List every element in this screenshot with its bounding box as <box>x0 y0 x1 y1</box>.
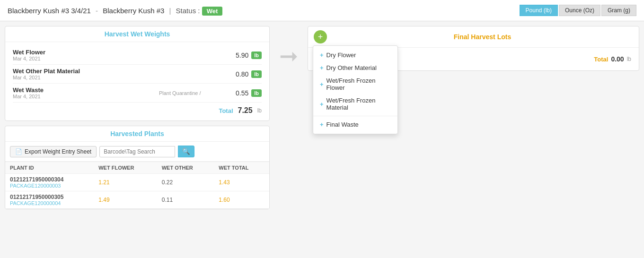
status-separator: | <box>169 7 171 15</box>
right-panel: + + Dry Flower + Dry Other Material <box>308 26 639 71</box>
header: Blackberry Kush #3 3/4/21 - Blackberry K… <box>0 0 644 21</box>
weight-name-wet-flower: Wet Flower <box>13 49 124 56</box>
status-label: Status : <box>176 7 200 15</box>
cell-wet-flower: 1.21 <box>94 174 157 191</box>
search-button[interactable]: 🔍 <box>178 146 194 157</box>
weight-row-wet-flower: Wet Flower Mar 4, 2021 5.90 lb <box>13 46 262 65</box>
cell-wet-other: 0.22 <box>157 174 214 191</box>
dropdown-wet-frozen-flower[interactable]: + Wet/Fresh Frozen Flower <box>313 74 397 94</box>
dry-flower-label: Dry Flower <box>326 52 356 59</box>
final-harvest-lots-header: + + Dry Flower + Dry Other Material <box>308 26 639 48</box>
weight-row-wet-other: Wet Other Plat Material Mar 4, 2021 0.80… <box>13 65 262 84</box>
unit-pound-button[interactable]: Pound (lb) <box>520 5 558 16</box>
strain-name: Blackberry Kush #3 <box>103 7 164 15</box>
final-total-unit: lb <box>627 56 631 62</box>
final-total-value: 0.00 <box>611 55 624 63</box>
wet-frozen-flower-plus-icon: + <box>320 81 324 88</box>
wet-frozen-material-label: Wet/Fresh Frozen Material <box>326 97 391 111</box>
header-separator: - <box>96 7 98 15</box>
weight-quarantine-wet-waste: Plant Quarantine / <box>124 90 235 96</box>
add-lot-button[interactable]: + <box>314 30 327 43</box>
harvested-plants-toolbar: 📄 Export Weight Entry Sheet 🔍 <box>5 142 269 162</box>
weight-date-wet-flower: Mar 4, 2021 <box>13 56 124 61</box>
add-button-wrapper: + + Dry Flower + Dry Other Material <box>314 30 327 43</box>
weight-date-wet-other: Mar 4, 2021 <box>13 75 124 80</box>
harvest-total-value: 7.25 <box>238 106 253 115</box>
cell-plant-id: 01212171950000304 PACKAGE120000003 <box>5 174 94 191</box>
weight-value-wet-waste: 0.55 <box>236 89 248 97</box>
weight-info-wet-waste: Wet Waste Mar 4, 2021 <box>13 86 124 99</box>
weight-unit-wet-flower: lb <box>251 52 262 59</box>
col-wet-total: Wet Total <box>214 162 269 174</box>
harvested-plants-title: Harvested Plants <box>5 126 269 142</box>
final-waste-plus-icon: + <box>320 121 324 128</box>
cell-wet-flower: 1.49 <box>94 191 157 209</box>
weight-unit-wet-waste: lb <box>251 89 262 97</box>
arrow-container: ➞ <box>274 26 303 68</box>
weight-unit-wet-other: lb <box>251 70 262 78</box>
table-row: 01212171950000305 PACKAGE120000004 1.49 … <box>5 191 269 209</box>
weight-date-wet-waste: Mar 4, 2021 <box>13 94 124 99</box>
harvest-wet-weights-title: Harvest Wet Weights <box>5 26 269 42</box>
search-icon: 🔍 <box>182 148 190 155</box>
weight-row-wet-waste: Wet Waste Mar 4, 2021 Plant Quarantine /… <box>13 84 262 103</box>
left-panel: Harvest Wet Weights Wet Flower Mar 4, 20… <box>5 26 270 209</box>
col-wet-flower: Wet Flower <box>94 162 157 174</box>
dropdown-final-waste[interactable]: + Final Waste <box>313 118 397 131</box>
table-row: 01212171950000304 PACKAGE120000003 1.21 … <box>5 174 269 191</box>
col-plant-id: Plant ID <box>5 162 94 174</box>
harvest-wet-weights-card: Harvest Wet Weights Wet Flower Mar 4, 20… <box>5 26 270 121</box>
wet-frozen-flower-label: Wet/Fresh Frozen Flower <box>326 77 391 91</box>
harvest-title: Blackberry Kush #3 3/4/21 <box>8 7 91 15</box>
add-lot-dropdown: + Dry Flower + Dry Other Material + Wet/… <box>313 45 398 134</box>
cell-wet-total: 1.60 <box>214 191 269 209</box>
cell-wet-other: 0.11 <box>157 191 214 209</box>
weight-info-wet-other: Wet Other Plat Material Mar 4, 2021 <box>13 68 124 80</box>
harvest-total-unit: lb <box>257 107 262 114</box>
final-total-label: Total <box>594 56 608 63</box>
dry-other-plus-icon: + <box>320 64 324 71</box>
harvested-plants-card: Harvested Plants 📄 Export Weight Entry S… <box>5 126 270 209</box>
final-harvest-lots-card: + + Dry Flower + Dry Other Material <box>308 26 639 71</box>
export-weight-entry-sheet-button[interactable]: 📄 Export Weight Entry Sheet <box>10 146 97 157</box>
export-icon: 📄 <box>15 148 22 155</box>
arrow-icon: ➞ <box>279 45 298 68</box>
unit-ounce-button[interactable]: Ounce (Oz) <box>559 5 600 16</box>
main-layout: Harvest Wet Weights Wet Flower Mar 4, 20… <box>0 21 644 214</box>
dropdown-dry-flower[interactable]: + Dry Flower <box>313 49 397 61</box>
harvest-wet-weights-body: Wet Flower Mar 4, 2021 5.90 lb Wet Other… <box>5 42 269 120</box>
weight-value-wet-flower: 5.90 <box>236 52 248 59</box>
col-wet-other: Wet Other <box>157 162 214 174</box>
final-harvest-lots-title: Final Harvest Lots <box>332 33 633 41</box>
header-title: Blackberry Kush #3 3/4/21 - Blackberry K… <box>8 7 222 15</box>
table-header-row: Plant ID Wet Flower Wet Other Wet Total <box>5 162 269 174</box>
cell-plant-id: 01212171950000305 PACKAGE120000004 <box>5 191 94 209</box>
wet-frozen-material-plus-icon: + <box>320 101 324 108</box>
status-badge: Wet <box>202 7 223 16</box>
plant-table: Plant ID Wet Flower Wet Other Wet Total … <box>5 162 269 209</box>
final-waste-label: Final Waste <box>326 121 359 128</box>
export-button-label: Export Weight Entry Sheet <box>25 148 91 155</box>
weight-info-wet-flower: Wet Flower Mar 4, 2021 <box>13 49 124 61</box>
unit-gram-button[interactable]: Gram (g) <box>601 5 636 16</box>
dropdown-wet-frozen-material[interactable]: + Wet/Fresh Frozen Material <box>313 94 397 114</box>
weight-value-wet-other: 0.80 <box>236 70 248 78</box>
harvest-total-row: Total 7.25 lb <box>13 103 262 117</box>
harvest-total-label: Total <box>219 107 233 114</box>
dry-flower-plus-icon: + <box>320 52 324 59</box>
plus-icon: + <box>318 32 323 42</box>
cell-wet-total: 1.43 <box>214 174 269 191</box>
weight-name-wet-other: Wet Other Plat Material <box>13 68 124 75</box>
unit-buttons: Pound (lb) Ounce (Oz) Gram (g) <box>520 5 636 16</box>
barcode-tag-search-input[interactable] <box>99 146 175 157</box>
weight-name-wet-waste: Wet Waste <box>13 86 124 94</box>
dropdown-dry-other[interactable]: + Dry Other Material <box>313 61 397 74</box>
dropdown-divider <box>313 116 397 116</box>
dry-other-label: Dry Other Material <box>326 64 377 71</box>
